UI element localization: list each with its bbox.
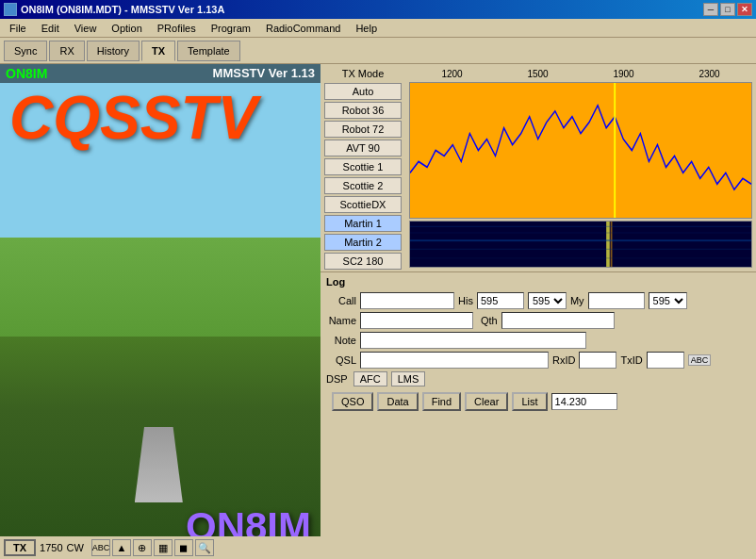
menu-bar: File Edit View Option PRofiles Program R… (0, 19, 756, 38)
dsp-row: DSP AFC LMS (326, 371, 750, 386)
menu-program[interactable]: Program (204, 21, 258, 36)
close-btn[interactable]: ✕ (737, 3, 752, 16)
waterfall-svg (410, 222, 751, 267)
frequency-input[interactable] (551, 393, 617, 410)
right-panel: TX Mode Auto Robot 36 Robot 72 AVT 90 Sc… (320, 64, 756, 559)
mode-robot36[interactable]: Robot 36 (324, 102, 402, 119)
txid-input[interactable] (647, 352, 684, 369)
main-content: ON8IM MMSSTV Ver 1.13 CQSSTV ON8IM TX 17… (0, 64, 756, 559)
name-input[interactable] (360, 312, 473, 329)
his-input[interactable] (477, 292, 524, 309)
log-row-note: Note (326, 332, 750, 349)
mode-scottie2[interactable]: Scottie 2 (324, 177, 402, 194)
rxid-input[interactable] (579, 352, 616, 369)
find-button[interactable]: Find (422, 392, 461, 411)
data-button[interactable]: Data (377, 392, 418, 411)
my-input[interactable] (588, 292, 645, 309)
spectrum-area: 1200 1500 1900 2300 (405, 64, 756, 271)
tab-tx[interactable]: TX (141, 41, 175, 61)
tab-rx[interactable]: RX (49, 41, 84, 61)
his-label: His (458, 295, 473, 306)
spectrum-mode-row: TX Mode Auto Robot 36 Robot 72 AVT 90 Sc… (320, 64, 756, 271)
tx-version: MMSSTV Ver 1.13 (213, 66, 315, 81)
svg-rect-3 (606, 222, 610, 267)
call-input[interactable] (360, 292, 454, 309)
menu-file[interactable]: File (2, 21, 34, 36)
mode-martin2[interactable]: Martin 2 (324, 234, 402, 251)
txid-label: TxID (620, 354, 642, 366)
qso-button[interactable]: QSO (332, 392, 373, 411)
tx-mode-label: TX Mode (324, 68, 402, 79)
tx-button[interactable]: TX (4, 539, 36, 556)
list-button[interactable]: List (512, 392, 547, 411)
mode-robot72[interactable]: Robot 72 (324, 121, 402, 138)
tx-callsign-top: ON8IM (6, 66, 47, 81)
svg-rect-5 (410, 226, 751, 227)
tab-history[interactable]: History (87, 41, 140, 61)
menu-option[interactable]: Option (104, 21, 149, 36)
tx-cw: CW (67, 542, 84, 553)
tx-icon-1[interactable]: ABC (91, 539, 110, 556)
tx-icon-2[interactable]: ▲ (112, 539, 131, 556)
tx-image-display: ON8IM MMSSTV Ver 1.13 CQSSTV ON8IM (0, 64, 320, 559)
window-title: ON8IM (ON8IM.MDT) - MMSSTV Ver 1.13A (21, 4, 224, 15)
note-label: Note (326, 335, 356, 346)
menu-edit[interactable]: Edit (34, 21, 67, 36)
spectrum-svg (410, 83, 751, 218)
mode-panel: TX Mode Auto Robot 36 Robot 72 AVT 90 Sc… (320, 64, 405, 271)
menu-help[interactable]: Help (348, 21, 385, 36)
svg-rect-6 (410, 233, 751, 234)
action-row: QSO Data Find Clear List (326, 389, 750, 414)
my-label: My (570, 295, 584, 306)
window-controls: ─ □ ✕ (703, 3, 752, 16)
ruler-2300: 2300 (698, 69, 719, 79)
log-label: Log (326, 276, 750, 288)
mode-sc2180[interactable]: SC2 180 (324, 253, 402, 270)
afc-button[interactable]: AFC (353, 371, 387, 386)
menu-profiles[interactable]: PRofiles (150, 21, 204, 36)
menu-view[interactable]: View (67, 21, 105, 36)
app-icon (4, 3, 17, 16)
lms-button[interactable]: LMS (391, 371, 426, 386)
tx-icon-4[interactable]: ▦ (154, 539, 173, 556)
tab-template[interactable]: Template (177, 41, 240, 61)
log-panel: Log Call His 5955957 My 59559 Name (320, 271, 756, 418)
dsp-label: DSP (326, 373, 348, 385)
qth-input[interactable] (501, 312, 615, 329)
maximize-btn[interactable]: □ (720, 3, 735, 16)
ruler-1200: 1200 (441, 69, 462, 79)
mode-auto[interactable]: Auto (324, 83, 402, 100)
toolbar: Sync RX History TX Template (0, 38, 756, 64)
tx-header: ON8IM MMSSTV Ver 1.13 (0, 64, 320, 83)
menu-radiocommand[interactable]: RadioCommand (258, 21, 348, 36)
tx-icon-5[interactable]: ◼ (174, 539, 193, 556)
mode-avt90[interactable]: AVT 90 (324, 140, 402, 156)
log-row-name: Name Qth (326, 312, 750, 329)
tx-icon-3[interactable]: ⊕ (133, 539, 152, 556)
minimize-btn[interactable]: ─ (703, 3, 718, 16)
qsl-label: QSL (326, 354, 356, 366)
mode-scottie1[interactable]: Scottie 1 (324, 158, 402, 175)
tx-icon-6[interactable]: 🔍 (195, 539, 214, 556)
qsl-input[interactable] (360, 352, 549, 369)
call-label: Call (326, 295, 356, 306)
svg-rect-0 (410, 83, 751, 218)
qth-label: Qth (481, 315, 498, 326)
svg-rect-9 (410, 257, 751, 258)
tx-cq-text: CQSSTV (9, 83, 257, 153)
his-select[interactable]: 5955957 (528, 292, 567, 309)
tab-sync[interactable]: Sync (4, 41, 47, 61)
clear-button[interactable]: Clear (465, 392, 508, 411)
spectrum-display (409, 82, 752, 219)
mode-scottiedx[interactable]: ScottieDX (324, 196, 402, 213)
tx-strip: TX 1750 CW ABC ▲ ⊕ ▦ ◼ 🔍 (0, 536, 320, 559)
spectrum-ruler: 1200 1500 1900 2300 (409, 68, 752, 80)
mode-martin1[interactable]: Martin 1 (324, 215, 402, 232)
log-row-qsl: QSL RxID TxID ABC (326, 352, 750, 369)
tx-freq: 1750 (40, 542, 62, 553)
note-input[interactable] (360, 332, 586, 349)
abc-badge: ABC (688, 354, 712, 366)
rxid-label: RxID (552, 354, 575, 366)
name-label: Name (326, 315, 356, 326)
my-select[interactable]: 59559 (649, 292, 687, 309)
